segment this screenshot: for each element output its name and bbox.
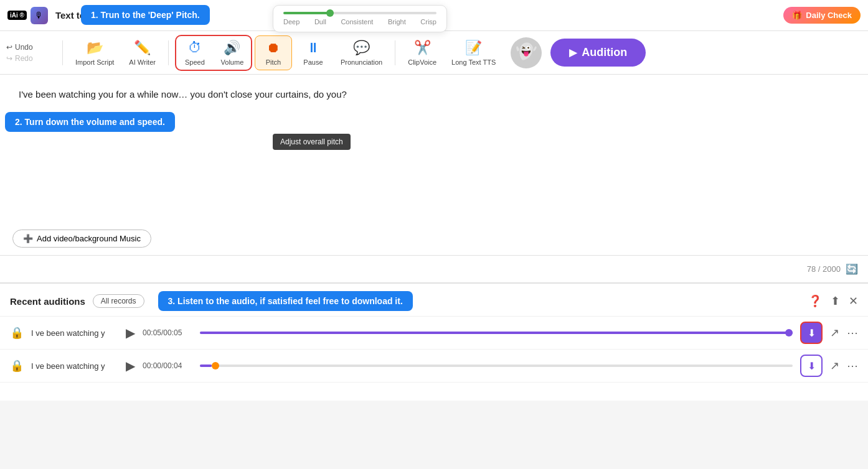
volume-label: Volume	[221, 58, 244, 66]
all-records-button[interactable]: All records	[93, 294, 144, 308]
expand-icon-button[interactable]: ⬆	[831, 294, 840, 308]
redo-icon: ↪	[6, 54, 12, 63]
pronunciation-icon: 💬	[353, 40, 370, 56]
audio-row-2-time: 00:00/00:04	[143, 361, 192, 370]
undo-icon: ↩	[6, 43, 12, 52]
toolbar: ↩ Undo ↪ Redo 📂 Import Script ✏️ AI Writ…	[0, 31, 868, 75]
ai-writer-label: AI Writer	[129, 58, 156, 66]
step2-tooltip: 2. Turn down the volume and speed.	[5, 112, 175, 132]
redo-action[interactable]: ↪ Redo	[6, 54, 50, 63]
audio-row-1-fill	[200, 332, 793, 334]
divider-1	[62, 40, 63, 65]
audio-row-1-share[interactable]: ↗	[830, 326, 839, 340]
audio-row-2-download[interactable]: ⬇	[800, 355, 823, 377]
clipvoice-button[interactable]: ✂️ ClipVoice	[402, 36, 443, 70]
pitch-label-bright: Bright	[388, 18, 406, 26]
speed-icon: ⏱	[188, 40, 202, 56]
pitch-label-deep: Deep	[283, 18, 300, 26]
pitch-button[interactable]: ⏺ Pitch	[255, 35, 292, 70]
import-script-icon: 📂	[87, 40, 103, 56]
pause-icon: ⏸	[306, 40, 320, 56]
audio-row-1-time: 00:05/00:05	[143, 328, 192, 337]
app-icon: 🎙	[31, 7, 48, 24]
audio-row-2-share[interactable]: ↗	[830, 359, 839, 373]
pitch-icon: ⏺	[267, 40, 280, 56]
pitch-label-consistent: Consistent	[341, 18, 373, 26]
long-text-icon: 📝	[465, 40, 482, 56]
import-script-button[interactable]: 📂 Import Script	[69, 36, 120, 70]
long-text-tts-button[interactable]: 📝 Long Text TTS	[445, 36, 502, 70]
add-music-button[interactable]: ➕ Add video/background Music	[12, 230, 151, 248]
content-text[interactable]: I've been watching you for a while now… …	[19, 87, 849, 102]
pitch-popup: Deep Dull Consistent Bright Crisp	[273, 5, 447, 32]
import-script-label: Import Script	[75, 58, 114, 66]
audio-row-1-thumb	[785, 329, 793, 337]
pitch-thumb[interactable]	[326, 9, 334, 17]
daily-check-button[interactable]: 🎁 Daily Check	[783, 7, 861, 24]
audio-row-2-fill	[200, 365, 212, 367]
ai-writer-icon: ✏️	[134, 40, 151, 56]
header: iAi ® 🎙 Text to Speech 1. Trun to the 'D…	[0, 0, 868, 31]
auditions-header-right: ❓ ⬆ ✕	[808, 294, 858, 308]
audio-row-2-icon: 🔒	[10, 359, 24, 373]
audition-label: Audition	[582, 46, 627, 59]
speed-label: Speed	[185, 58, 205, 66]
refresh-icon[interactable]: 🔄	[846, 263, 858, 275]
auditions-panel: Recent auditions All records 3. Listen t…	[0, 282, 868, 401]
speed-volume-group: ⏱ Speed 🔊 Volume	[175, 35, 252, 71]
auditions-header: Recent auditions All records 3. Listen t…	[0, 284, 868, 317]
pronunciation-button[interactable]: 💬 Pronunciation	[334, 36, 389, 70]
undo-label: Undo	[15, 43, 33, 52]
undo-action[interactable]: ↩ Undo	[6, 43, 50, 52]
long-text-label: Long Text TTS	[451, 58, 496, 66]
audio-row-1-icon: 🔒	[10, 326, 24, 340]
pitch-label-dull: Dull	[314, 18, 326, 26]
volume-icon: 🔊	[224, 40, 240, 56]
audition-button[interactable]: ▶ Audition	[550, 39, 646, 67]
audio-row-2-progress[interactable]	[200, 365, 793, 367]
audio-row-2: 🔒 I ve been watching y ▶ 00:00/00:04 ⬇ ↗…	[0, 350, 868, 383]
play-icon: ▶	[569, 47, 577, 58]
pitch-label: Pitch	[266, 58, 281, 66]
adjust-pitch-tooltip: Adjust overall pitch	[273, 134, 351, 150]
audio-row-1-more[interactable]: ⋯	[847, 326, 858, 340]
audio-row-1-play[interactable]: ▶	[126, 325, 135, 340]
gift-icon: 🎁	[792, 11, 802, 20]
add-music-label: Add video/background Music	[37, 234, 141, 243]
char-count: 78 / 2000	[807, 264, 841, 274]
audio-row-2-play[interactable]: ▶	[126, 358, 135, 373]
voice-avatar[interactable]: 👻	[511, 37, 542, 68]
pause-label: Pause	[303, 58, 323, 66]
redo-label: Redo	[15, 54, 33, 63]
audio-row-2-name: I ve been watching y	[31, 361, 118, 371]
audio-row-1-progress[interactable]	[200, 332, 793, 334]
divider-3	[395, 40, 395, 65]
close-icon-button[interactable]: ✕	[849, 294, 858, 308]
help-icon-button[interactable]: ❓	[808, 294, 822, 308]
audio-row: 🔒 I ve been watching y ▶ 00:05/00:05 ⬇ ↗…	[0, 317, 868, 350]
volume-button[interactable]: 🔊 Volume	[214, 36, 251, 70]
step1-tooltip: 1. Trun to the 'Deep' Pitch.	[81, 5, 210, 25]
step3-tooltip: 3. Listen to the audio, if satisfied fee…	[158, 291, 413, 311]
plus-icon: ➕	[23, 234, 33, 243]
pitch-label-crisp: Crisp	[420, 18, 436, 26]
audio-row-2-more[interactable]: ⋯	[847, 359, 858, 373]
audio-row-1-name: I ve been watching y	[31, 328, 118, 338]
audio-row-1-download[interactable]: ⬇	[800, 322, 823, 344]
pitch-labels: Deep Dull Consistent Bright Crisp	[283, 18, 436, 26]
pause-button[interactable]: ⏸ Pause	[295, 36, 332, 70]
pronunciation-label: Pronunciation	[341, 58, 382, 66]
clipvoice-label: ClipVoice	[408, 58, 436, 66]
bottom-bar: 78 / 2000 🔄	[0, 255, 868, 282]
auditions-title: Recent auditions	[10, 296, 85, 307]
audio-row-2-thumb	[212, 362, 219, 369]
clipvoice-icon: ✂️	[414, 40, 431, 56]
ai-writer-button[interactable]: ✏️ AI Writer	[123, 36, 162, 70]
pitch-track[interactable]	[283, 12, 436, 14]
logo-badge: iAi ®	[7, 11, 27, 20]
divider-2	[168, 40, 169, 65]
main-content: I've been watching you for a while now… …	[0, 75, 868, 255]
toolbar-left-actions: ↩ Undo ↪ Redo	[6, 43, 50, 63]
speed-button[interactable]: ⏱ Speed	[176, 36, 214, 70]
daily-check-label: Daily Check	[806, 11, 852, 20]
